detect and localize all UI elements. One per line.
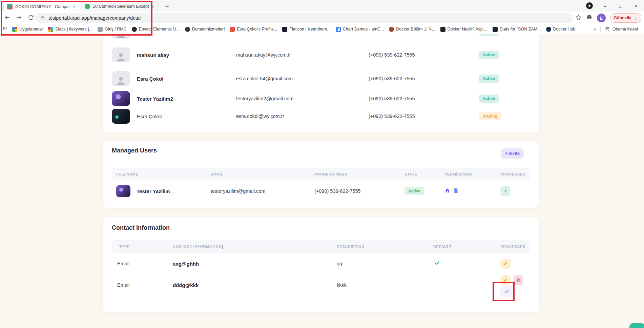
bookmark-item[interactable]: Flaticon | Keenthem...: [282, 27, 330, 32]
avatar-placeholder: [112, 34, 130, 39]
column-header: DEFAULT: [433, 245, 495, 249]
bookmark-item[interactable]: Stats for "SON ZAM...: [493, 27, 541, 32]
member-email: esra.cokol.54@gmail.com: [236, 76, 369, 81]
member-name: Esra Çokol: [137, 76, 236, 82]
avatar-photo: [112, 109, 130, 124]
tab-close-icon[interactable]: ×: [73, 4, 76, 9]
column-header: TYPE: [112, 245, 173, 249]
bookmark-item[interactable]: Domainhizmetleri: [185, 27, 225, 32]
back-icon[interactable]: [4, 14, 11, 22]
bookmark-favicon: [132, 27, 137, 32]
bookmark-item[interactable]: Chart Demos - amC...: [336, 27, 384, 32]
bookmark-favicon: [185, 27, 190, 32]
edit-contact-button[interactable]: [500, 259, 511, 269]
bookmark-item[interactable]: Docker Hub: [546, 27, 576, 32]
managed-users-table-header: FULLNAME EMAİL PHONE NUMBER STATE PERMİS…: [112, 168, 530, 181]
reload-icon[interactable]: [28, 14, 34, 22]
media-controls-button[interactable]: [582, 0, 597, 12]
new-tab-button[interactable]: +: [163, 2, 171, 11]
managed-user-row: Tester Yazilim testeryazilim@gmail.com (…: [112, 181, 530, 202]
window-close-button[interactable]: ×: [628, 0, 644, 12]
bookmark-item[interactable]: Docker Bölüm 1: N...: [389, 27, 435, 32]
member-phone: (+090) 539-622-7555: [369, 96, 479, 101]
bookmark-label: Slack | flexywork |...: [55, 27, 92, 32]
contact-information-card: Contact Information TYPE CONTACT INFORMA…: [103, 217, 539, 312]
bookmark-favicon: [546, 27, 551, 32]
bookmark-item[interactable]: Docker Nedir? Asp ...: [440, 27, 487, 32]
window-maximize-button[interactable]: □: [613, 0, 628, 12]
reading-list-label: Okuma listesi: [612, 27, 638, 32]
bookmark-item[interactable]: Envato Elements: U...: [132, 27, 180, 32]
bookmark-label: Uygulamalar: [19, 27, 43, 32]
bookmark-favicon: [389, 27, 394, 32]
delete-contact-button[interactable]: [513, 275, 523, 285]
member-name: Tester Yazilim2: [137, 96, 236, 102]
tab-company-detail[interactable]: COKOLCOMPANY - Company De ×: [3, 1, 79, 12]
open-detail-button[interactable]: [500, 186, 511, 196]
url-bar[interactable]: testportal.kiraci.app/managercompany/det…: [35, 13, 573, 23]
bookmark-favicon: [48, 27, 53, 32]
home-permission-icon: [444, 188, 450, 195]
forward-icon[interactable]: [16, 14, 22, 22]
default-check-icon: [434, 260, 495, 267]
invite-button[interactable]: + Invite: [501, 148, 524, 159]
extensions-puzzle-icon[interactable]: [586, 14, 593, 22]
plus-icon: +: [505, 151, 507, 156]
edit-contact-button[interactable]: [500, 275, 511, 285]
bookmark-favicon: [336, 27, 341, 32]
chat-widget-fragment[interactable]: [629, 323, 644, 328]
address-bar-actions: E Güncelle ⋮: [575, 12, 641, 24]
contact-row: Email dddg@kkk kkkk: [112, 274, 530, 306]
reading-list-button[interactable]: Okuma listesi: [605, 26, 638, 32]
column-header: PROCESSES: [495, 245, 530, 249]
chrome-update-button[interactable]: Güncelle ⋮: [610, 13, 641, 23]
member-row: Esra Çokol esra.cokol@wy.com.tr (+090) 5…: [112, 106, 530, 126]
contact-row: Email xxg@ghhh gg: [112, 253, 530, 274]
bookmarks-bar: Uygulamalar Slack | flexywork |... Giriş…: [0, 24, 644, 34]
column-header: CONTACT INFORMATION: [173, 244, 337, 249]
member-name: mahsun akay: [137, 52, 236, 58]
window-minimize-button[interactable]: –: [597, 0, 613, 12]
managed-users-card: Managed Users + Invite FULLNAME EMAİL PH…: [103, 141, 539, 208]
bookmark-favicon: [230, 27, 235, 32]
column-header: STATE: [404, 172, 444, 176]
member-phone: (+090) 539-622-7555: [369, 52, 479, 58]
bookmark-label: Flaticon | Keenthem...: [289, 27, 330, 32]
contact-description: gg: [337, 261, 433, 266]
media-circle-icon: [586, 2, 593, 9]
contact-table-header: TYPE CONTACT INFORMATION DESCRIPTION DEF…: [112, 240, 530, 253]
apps-grid-icon[interactable]: [3, 26, 7, 32]
tab-selenium-exceptions[interactable]: 10 Common Selenium Exception ×: [81, 1, 158, 12]
tab-title: 10 Common Selenium Exception: [93, 4, 149, 9]
confirm-default-button[interactable]: [500, 286, 513, 296]
avatar-photo: [112, 91, 130, 106]
bookmark-favicon: [282, 27, 287, 32]
bookmark-item[interactable]: Esra Çokol's Profile...: [230, 27, 277, 32]
invite-label: Invite: [508, 151, 520, 156]
bookmark-label: Docker Hub: [553, 27, 576, 32]
bookmark-star-icon[interactable]: [575, 14, 582, 22]
window-controls: – □ ×: [582, 0, 644, 12]
bookmark-label: Stats for "SON ZAM...: [500, 27, 541, 32]
bookmark-label: Chart Demos - amC...: [343, 27, 384, 32]
menu-dots-icon: ⋮: [633, 16, 638, 21]
bookmark-item[interactable]: Uygulamalar: [12, 27, 43, 32]
member-row-partial: Active: [112, 34, 530, 42]
column-header: FULLNAME: [112, 172, 211, 176]
avatar-placeholder: [112, 71, 130, 86]
card-title: Managed Users: [112, 147, 157, 154]
bookmark-favicon: [493, 27, 498, 32]
bookmark-label: Giriş / RMC: [105, 27, 127, 32]
member-row: mahsun akay mahsun.akay@wy.com.tr (+090)…: [112, 45, 530, 65]
bookmark-favicon: [12, 27, 17, 32]
profile-avatar[interactable]: E: [597, 14, 606, 22]
contact-value: dddg@kkk: [173, 274, 337, 288]
lock-icon: [40, 16, 45, 21]
bookmarks-overflow-icon[interactable]: »: [594, 26, 596, 32]
avatar-photo: [116, 185, 130, 197]
user-phone: (+090) 539-622-7555: [314, 188, 404, 194]
bookmark-item[interactable]: Giriş / RMC: [98, 27, 127, 32]
tab-close-icon[interactable]: ×: [151, 4, 154, 9]
bookmark-item[interactable]: Slack | flexywork |...: [48, 27, 92, 32]
status-badge: Active: [404, 187, 424, 195]
